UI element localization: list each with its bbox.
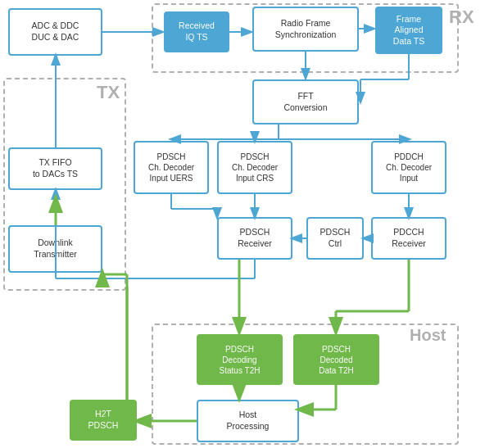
received-iq-block: ReceivedIQ TS [164,11,229,52]
downlink-tx-block: DownlinkTransmitter [8,225,102,273]
signal-diagram: RX TX Host ADC & DDCDUC & DAC ReceivedIQ… [0,0,494,448]
fft-conversion-block: FFTConversion [252,79,359,124]
pdsch-decoder-crs-block: PDSCHCh. DecoderInput CRS [217,141,292,194]
host-processing-block: HostProcessing [197,400,299,442]
pdsch-decoding-status-block: PDSCHDecodingStatus T2H [197,334,283,385]
adc-ddc-block: ADC & DDCDUC & DAC [8,8,102,56]
h2t-pdsch-block: H2TPDSCH [70,400,137,441]
radio-frame-sync-block: Radio FrameSynchronization [252,7,359,52]
pdsch-decoder-uers-block: PDSCHCh. DecoderInput UERS [134,141,209,194]
rx-label: RX [449,7,474,28]
tx-fifo-block: TX FIFOto DACs TS [8,147,102,190]
pdcch-receiver-block: PDCCHReceiver [371,217,446,260]
pdsch-receiver-block: PDSCHReceiver [217,217,292,260]
tx-label: TX [97,82,120,103]
host-label: Host [410,326,446,345]
pdsch-decoded-data-block: PDSCHDecodedData T2H [293,334,379,385]
frame-aligned-block: FrameAlignedData TS [375,7,442,54]
pddch-decoder-block: PDDCHCh. DecoderInput [371,141,446,194]
pdsch-ctrl-block: PDSCHCtrl [306,217,364,260]
